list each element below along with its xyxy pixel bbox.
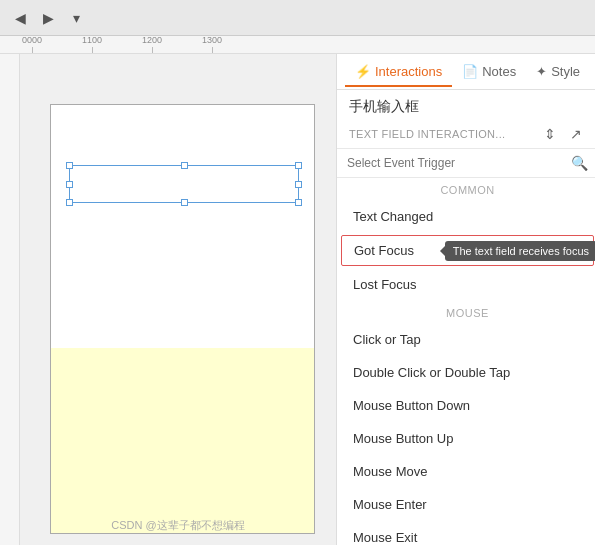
ruler-mark: 1100 [62,36,122,53]
list-item-text-changed[interactable]: Text Changed [337,200,595,233]
handle-bot-mid[interactable] [181,199,188,206]
forward-button[interactable]: ▶ [36,6,60,30]
yellow-area [51,348,314,533]
search-icon: 🔍 [571,155,588,171]
toolbar: ◀ ▶ ▾ [0,0,595,36]
phone-frame [50,104,315,534]
got-focus-tooltip: The text field receives focus [445,241,595,261]
panel-heading: 手机输入框 [337,90,595,120]
handle-mid-right[interactable] [295,181,302,188]
list-item-mouse-exit[interactable]: Mouse Exit [337,521,595,545]
tab-interactions[interactable]: ⚡ Interactions [345,58,452,87]
tab-bar: ⚡ Interactions 📄 Notes ✦ Style [337,54,595,90]
notes-icon: 📄 [462,64,478,79]
handle-bot-left[interactable] [66,199,73,206]
tab-style-label: Style [551,64,580,79]
handle-top-left[interactable] [66,162,73,169]
ruler-mark: 0000 [2,36,62,53]
ruler-mark: 1200 [122,36,182,53]
handle-mid-left[interactable] [66,181,73,188]
tab-notes[interactable]: 📄 Notes [452,58,526,87]
subheading-text: TEXT FIELD INTERACTION... [349,128,505,140]
list-item-click-tap[interactable]: Click or Tap [337,323,595,356]
right-panel: ⚡ Interactions 📄 Notes ✦ Style 手机输入框 TEX… [336,54,595,545]
subheading-row: TEXT FIELD INTERACTION... ⇕ ↗ [337,120,595,149]
tab-style[interactable]: ✦ Style [526,58,590,87]
tab-notes-label: Notes [482,64,516,79]
section-header-common: COMMON [337,178,595,200]
back-button[interactable]: ◀ [8,6,32,30]
dropdown-button[interactable]: ▾ [64,6,88,30]
interactions-icon: ⚡ [355,64,371,79]
list-item-mouse-btn-up[interactable]: Mouse Button Up [337,422,595,455]
handle-bot-right[interactable] [295,199,302,206]
section-header-mouse: MOUSE [337,301,595,323]
subheading-icons: ⇕ ↗ [540,124,586,144]
list-item-lost-focus[interactable]: Lost Focus [337,268,595,301]
list-item-mouse-enter[interactable]: Mouse Enter [337,488,595,521]
canvas-content: CSDN @这辈子都不想编程 [20,54,336,545]
dropdown-list: COMMON Text Changed Got Focus The text f… [337,178,595,545]
external-link-icon[interactable]: ↗ [566,124,586,144]
vertical-ruler [0,54,20,545]
list-item-double-click[interactable]: Double Click or Double Tap [337,356,595,389]
search-input[interactable] [347,156,565,170]
canvas-area: CSDN @这辈子都不想编程 [0,54,336,545]
list-item-mouse-btn-down[interactable]: Mouse Button Down [337,389,595,422]
style-icon: ✦ [536,64,547,79]
input-selection-box[interactable] [69,165,299,203]
handle-top-right[interactable] [295,162,302,169]
search-row: 🔍 [337,149,595,178]
list-item-got-focus[interactable]: Got Focus The text field receives focus [341,235,594,266]
ruler-mark: 1300 [182,36,242,53]
ruler: 0000 1100 1200 1300 [0,36,595,54]
list-item-mouse-move[interactable]: Mouse Move [337,455,595,488]
main-area: CSDN @这辈子都不想编程 ⚡ Interactions 📄 Notes ✦ … [0,54,595,545]
watermark: CSDN @这辈子都不想编程 [111,518,244,533]
handle-top-mid[interactable] [181,162,188,169]
tab-interactions-label: Interactions [375,64,442,79]
expand-icon[interactable]: ⇕ [540,124,560,144]
